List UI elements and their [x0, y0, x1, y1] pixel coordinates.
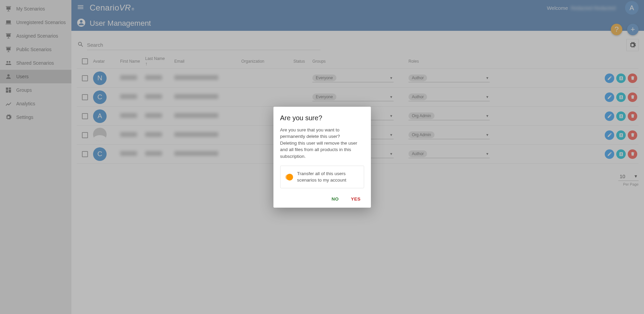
dialog-line1: Are you sure that you want to permanentl… — [280, 127, 340, 139]
dialog-title: Are you sure? — [280, 114, 364, 122]
dialog-body: Are you sure that you want to permanentl… — [280, 126, 364, 160]
confirm-dialog: Are you sure? Are you sure that you want… — [273, 106, 371, 207]
dialog-yes-button[interactable]: YES — [350, 194, 362, 204]
transfer-card: Transfer all of this users scenarios to … — [280, 166, 364, 188]
dialog-line2: Deleting this user will remove the user … — [280, 141, 357, 159]
dialog-no-button[interactable]: NO — [330, 194, 340, 204]
transfer-switch[interactable] — [285, 174, 292, 180]
transfer-switch-label: Transfer all of this users scenarios to … — [297, 171, 359, 183]
